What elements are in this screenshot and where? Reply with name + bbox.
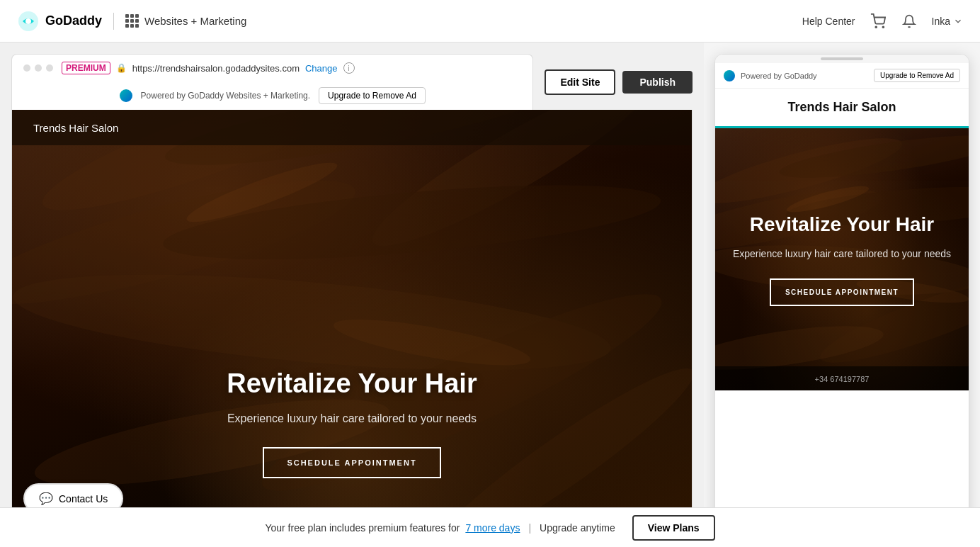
mobile-panel: Powered by GoDaddy Upgrade to Remove Ad … — [704, 43, 980, 547]
logo-text: GoDaddy — [45, 13, 102, 28]
mobile-phone-bar: +34 674197787 — [715, 366, 969, 390]
site-nav-name: Trends Hair Salon — [33, 122, 118, 134]
main-content: PREMIUM 🔒 https://trendshairsalon.godadd… — [0, 43, 980, 547]
mobile-top-bar — [715, 55, 969, 63]
url-text: https://trendshairsalon.godaddysites.com — [132, 63, 300, 74]
hero-title: Revitalize Your Hair — [40, 368, 663, 399]
mobile-site-title: Trends Hair Salon — [727, 100, 957, 115]
upgrade-anytime-text: Upgrade anytime — [540, 522, 615, 534]
svg-point-2 — [875, 26, 877, 28]
navbar: GoDaddy Websites + Marketing Help Center — [0, 0, 980, 43]
ad-bar-text: Powered by GoDaddy Websites + Marketing. — [141, 91, 311, 101]
godaddy-logo-icon — [17, 10, 40, 33]
browser-dot-red — [23, 64, 30, 72]
browser-dots — [23, 64, 53, 72]
desktop-ad-bar: Powered by GoDaddy Websites + Marketing.… — [11, 81, 533, 110]
app-name-label: Websites + Marketing — [144, 15, 246, 27]
change-link[interactable]: Change — [305, 63, 338, 74]
mobile-hero-subtitle: Experience luxury hair care tailored to … — [733, 247, 951, 261]
mobile-schedule-button[interactable]: SCHEDULE APPOINTMENT — [770, 278, 914, 306]
site-nav-bar: Trends Hair Salon — [12, 110, 692, 145]
mobile-hero-content: Revitalize Your Hair Experience luxury h… — [715, 128, 969, 390]
premium-badge: PREMIUM — [62, 62, 110, 74]
bell-icon[interactable] — [901, 13, 918, 30]
publish-button[interactable]: Publish — [622, 71, 693, 94]
browser-dot-green — [46, 64, 53, 72]
browser-url-bar: PREMIUM 🔒 https://trendshairsalon.godadd… — [62, 62, 521, 74]
hero-subtitle: Experience luxury hair care tailored to … — [40, 410, 663, 427]
mobile-ad-logo — [724, 70, 735, 81]
browser-dot-yellow — [35, 64, 42, 72]
view-plans-button[interactable]: View Plans — [632, 515, 715, 541]
hero-content: Revitalize Your Hair Experience luxury h… — [12, 368, 692, 478]
contact-us-label: Contact Us — [59, 493, 108, 504]
banner-text: Your free plan includes premium features… — [265, 522, 460, 534]
cart-icon[interactable] — [870, 13, 887, 30]
days-link[interactable]: 7 more days — [465, 522, 520, 534]
mobile-ad-text: Powered by GoDaddy — [741, 72, 817, 80]
chat-icon: 💬 — [39, 492, 53, 505]
bottom-banner: Your free plan includes premium features… — [0, 507, 980, 547]
navbar-left: GoDaddy Websites + Marketing — [17, 10, 246, 33]
navbar-right: Help Center Inka — [802, 13, 963, 30]
edit-site-button[interactable]: Edit Site — [545, 69, 615, 95]
site-hero: Trends Hair Salon Revitalize Your Hair E… — [12, 110, 692, 535]
help-center-link[interactable]: Help Center — [802, 16, 855, 27]
lock-icon: 🔒 — [116, 63, 127, 73]
browser-top-bar: PREMIUM 🔒 https://trendshairsalon.godadd… — [11, 54, 533, 81]
website-preview: Trends Hair Salon Revitalize Your Hair E… — [11, 110, 693, 536]
banner-divider: | — [528, 522, 531, 534]
info-icon[interactable]: i — [343, 62, 355, 74]
svg-point-8 — [160, 171, 663, 274]
upgrade-remove-ad-button[interactable]: Upgrade to Remove Ad — [319, 87, 426, 104]
app-title: Websites + Marketing — [125, 14, 246, 28]
mobile-frame: Powered by GoDaddy Upgrade to Remove Ad … — [714, 54, 969, 536]
mobile-hero: Revitalize Your Hair Experience luxury h… — [715, 128, 969, 390]
mobile-hero-title: Revitalize Your Hair — [750, 213, 934, 237]
mobile-phone-text: +34 674197787 — [815, 375, 870, 383]
svg-point-3 — [882, 26, 884, 28]
mobile-site-header: Trends Hair Salon — [715, 89, 969, 128]
mobile-ad-bar: Powered by GoDaddy Upgrade to Remove Ad — [715, 63, 969, 89]
nav-divider — [113, 13, 114, 30]
user-name: Inka — [932, 16, 950, 27]
godaddy-ad-logo — [120, 89, 132, 102]
user-menu[interactable]: Inka — [932, 16, 963, 27]
mobile-notch — [821, 57, 863, 60]
chevron-down-icon — [953, 16, 963, 26]
grid-icon — [125, 14, 139, 28]
browser-panel: PREMIUM 🔒 https://trendshairsalon.godadd… — [0, 43, 704, 547]
svg-point-1 — [25, 18, 31, 24]
mobile-upgrade-button[interactable]: Upgrade to Remove Ad — [874, 69, 960, 82]
godaddy-logo: GoDaddy — [17, 10, 102, 33]
schedule-appointment-button[interactable]: SCHEDULE APPOINTMENT — [263, 447, 440, 478]
